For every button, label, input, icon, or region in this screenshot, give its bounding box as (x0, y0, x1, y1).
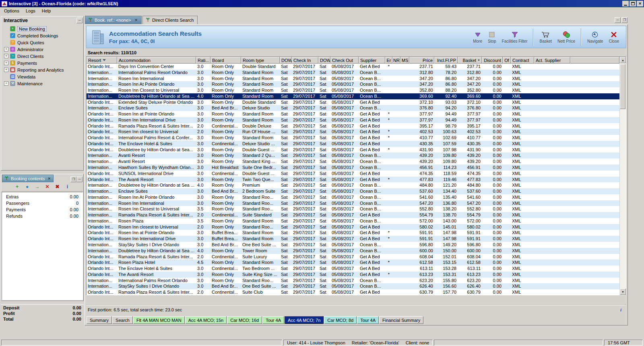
navigate-button[interactable]: Navigate (584, 31, 606, 43)
column-header-contract[interactable]: Contract (511, 57, 534, 64)
table-row[interactable]: Internation...Rosen Inn Closest to Unive… (87, 206, 619, 212)
table-row[interactable]: Internation...StaySky Suites I Drive Orl… (87, 283, 619, 289)
close-window-button[interactable]: ✕ (637, 1, 643, 6)
menu-logs[interactable]: Logs (23, 8, 39, 14)
remove-icon[interactable]: ✕ (45, 184, 50, 189)
sidebar-item-maintenance[interactable]: +⚒Maintenance (1, 80, 83, 87)
pane-minimize-button[interactable]: ─ (615, 17, 621, 23)
table-row[interactable]: Internation...Doubletree by Hilton Orlan… (87, 248, 619, 254)
column-header-check-in[interactable]: Check In (292, 57, 318, 64)
sidebar-item-administrator[interactable]: +☺Administrator (1, 46, 83, 53)
maximize-button[interactable] (630, 1, 636, 6)
minimize-button[interactable] (622, 1, 629, 6)
booking-minimize-button[interactable]: ─ (76, 177, 83, 182)
expand-icon[interactable]: + (4, 61, 8, 65)
basket-button[interactable]: Basket (537, 31, 555, 43)
column-header-price[interactable]: Price (409, 57, 434, 64)
table-row[interactable]: Internation...International Palms Resort… (87, 278, 619, 284)
table-row[interactable]: Internation...Doubletree by Hilton Orlan… (87, 182, 619, 188)
table-row[interactable]: Orlando Int...Rosen Inn at Pointe Orland… (87, 230, 619, 236)
table-row[interactable]: Orlando Int...Rosen Inn closest to Unive… (87, 224, 619, 230)
table-row[interactable]: Internation...Rosen Inn Closest to Unive… (87, 87, 619, 93)
booking-contents-row[interactable]: Extras0.00 (2, 194, 83, 201)
table-row[interactable]: Internation...Doubletree by Hilton Orlan… (87, 93, 619, 99)
delete-icon[interactable]: ✖ (55, 184, 60, 189)
expand-icon[interactable]: + (4, 54, 8, 58)
tab-close-icon[interactable]: ✕ (135, 18, 138, 22)
add-icon[interactable]: + (14, 184, 20, 189)
column-header-of[interactable]: Of (503, 57, 511, 64)
itinerary-tab-search[interactable]: Search (112, 316, 133, 324)
itinerary-tab-summary[interactable]: Summary (87, 316, 112, 324)
table-row[interactable]: Internation...Avanti Resort3.0Room OnlyS… (87, 159, 619, 165)
menu-help[interactable]: Help (39, 8, 54, 14)
scroll-down-button[interactable]: ▼ (620, 288, 626, 295)
sidebar-item-reporting-and-analytics[interactable]: +▦Reporting and Analytics (1, 66, 83, 73)
booking-restore-button[interactable]: ❐ (70, 177, 76, 182)
sidebar-item-direct-clients[interactable]: +◔Direct Clients (1, 53, 83, 60)
booking-contents-close-icon[interactable]: ✕ (47, 177, 51, 181)
table-row[interactable]: Internation...Ramada Plaza Resort & Suit… (87, 212, 619, 218)
column-header-discount[interactable]: Discount (482, 57, 503, 64)
sidebar-item-viewdata[interactable]: ▤Viewdata (1, 73, 83, 80)
sidebar-item-new-booking[interactable]: +New Booking (1, 25, 83, 32)
column-header-er[interactable]: Er (385, 57, 392, 64)
table-row[interactable]: Internation...Hawthorn Suites By Wyndham… (87, 165, 619, 171)
column-header-dow[interactable]: DOW (318, 57, 330, 64)
expand-icon[interactable]: + (4, 81, 8, 86)
table-row[interactable]: Orlando Int...Ramada Plaza Resort & Suit… (87, 123, 619, 129)
table-row[interactable]: Internation...Rosen Plaza3.5Room OnlySta… (87, 218, 619, 224)
column-header-supplier[interactable]: Supplier (359, 57, 385, 64)
table-row[interactable]: Orlando Int...Rosen Inn at Pointe Orland… (87, 111, 619, 117)
tab-direct-clients-search[interactable]: Direct Clients Search (142, 16, 198, 24)
table-row[interactable]: Internation...Avanti Resort3.0Room OnlyS… (87, 152, 619, 159)
globe-icon[interactable]: ● (25, 184, 30, 189)
stop-button[interactable]: Stop (485, 31, 499, 43)
table-row[interactable]: Orlando Int...The Avanti Resort3.0Room O… (87, 272, 619, 278)
table-row[interactable]: Internation...Enclave Suites3.0Bed And B… (87, 188, 619, 194)
table-row[interactable]: Orlando Int...SUNSOL International Drive… (87, 171, 619, 177)
nett-price-button[interactable]: Nett Price (555, 31, 578, 43)
expand-icon[interactable]: + (4, 47, 8, 51)
booking-contents-row[interactable]: Passengers0 (2, 201, 83, 207)
table-row[interactable]: Orlando Int...The Enclave Hotel & Suites… (87, 141, 619, 147)
column-header-resort[interactable]: Resort (87, 57, 117, 64)
pane-restore-button[interactable]: ❐ (621, 17, 627, 23)
scrollbar-thumb[interactable] (620, 64, 625, 109)
column-header-incl-fl-pp[interactable]: Incl.Fl.PP (434, 57, 458, 64)
table-row[interactable]: Orlando Int...Rosen Inn closest to Unive… (87, 129, 619, 135)
vertical-scrollbar[interactable]: ▲ ▼ (619, 57, 626, 295)
booking-contents-row[interactable]: Refunds0.00 (2, 214, 83, 220)
expand-icon[interactable]: + (4, 68, 8, 72)
itinerary-tab-acc-4a-mco-15n[interactable]: Acc 4A MCO; 15n (185, 316, 227, 324)
info-button[interactable]: i (617, 306, 625, 313)
table-row[interactable]: Internation...Rosen Inn International3.0… (87, 200, 619, 206)
column-header-act-supplier[interactable]: Act. Supplier (534, 57, 570, 64)
table-row[interactable]: Orlando Int...Rosen Inn International Dr… (87, 236, 619, 242)
close-button[interactable]: Close (606, 31, 622, 43)
tab-book-ref-none[interactable]: Book. ref.: <none>✕ (85, 16, 142, 24)
column-header-board[interactable]: Board (211, 57, 241, 64)
table-row[interactable]: Internation...Rosen Inn At Pointe Orland… (87, 81, 619, 87)
table-row[interactable]: Internation...International Palms Resort… (87, 70, 619, 76)
table-row[interactable]: Internation...Rosen Inn At Pointe Orland… (87, 194, 619, 200)
itinerary-tab-tour-4a[interactable]: Tour 4A (262, 316, 284, 324)
table-row[interactable]: Orlando Int...Ramada Plaza Resort & Suit… (87, 289, 619, 295)
table-row[interactable]: Internation...Enclave Suites3.0Bed And B… (87, 105, 619, 111)
itinerary-tab-financial-summary[interactable]: Financial Summary (379, 316, 423, 324)
table-row[interactable]: Orlando Int...International Palms Resort… (87, 135, 619, 141)
collapse-panel-button[interactable]: ─ (76, 18, 83, 23)
column-header-room-type[interactable]: Room type (241, 57, 280, 64)
column-header-ms[interactable]: MS (400, 57, 409, 64)
transfer-icon[interactable]: → (35, 184, 40, 189)
sidebar-item-completed-bookings[interactable]: ✓Completed Bookings (1, 32, 83, 39)
itinerary-tab-car-mco-8d[interactable]: Car MCO; 8d (324, 316, 357, 324)
itinerary-tab-acc-4a-mco-7n[interactable]: Acc 4A MCO; 7n (285, 316, 324, 324)
column-header-dow[interactable]: DOW (280, 57, 292, 64)
itinerary-tab-car-mco-16d[interactable]: Car MCO; 16d (227, 316, 262, 324)
column-header-nr[interactable]: NR (392, 57, 400, 64)
more-button[interactable]: More (470, 31, 485, 43)
table-row[interactable]: Orlando Int...The Avanti Resort3.0Room O… (87, 177, 619, 183)
itinerary-tab-tour-4a[interactable]: Tour 4A (357, 316, 379, 324)
column-header-check-out[interactable]: Check Out (330, 57, 359, 64)
